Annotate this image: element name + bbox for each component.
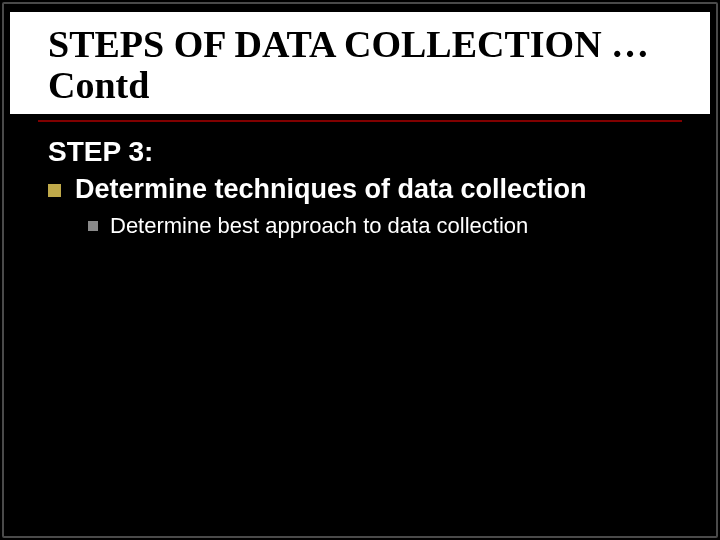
- slide-border: [2, 2, 718, 538]
